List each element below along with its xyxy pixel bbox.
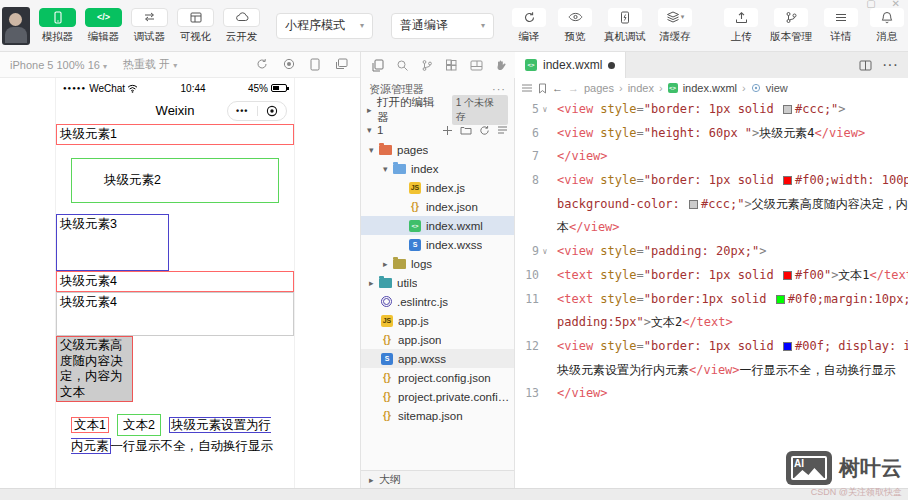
collapse-all-icon[interactable] [497, 125, 508, 136]
code-line-11[interactable]: 11<text style="border:1px solid #0f0;mar… [515, 288, 908, 312]
mode-select[interactable]: 小程序模式 ▾ [276, 13, 373, 39]
fold-gutter [539, 382, 551, 406]
tree-item-app.json[interactable]: {}app.json [361, 330, 514, 349]
code-line-8-wrap2[interactable]: 本</view> [515, 216, 908, 240]
upload-button[interactable]: 上传 [724, 8, 758, 44]
visualization-button[interactable]: 可视化 [177, 8, 214, 44]
code-line-12[interactable]: 12<view style="border: 1px solid #00f; d… [515, 335, 908, 359]
simulator-toggle-button[interactable]: 模拟器 [39, 8, 76, 44]
list-icon[interactable] [521, 84, 533, 93]
code-line-11-wrap1[interactable]: padding:5px">文本2</text> [515, 311, 908, 335]
capsule-menu[interactable]: ••• [227, 101, 287, 121]
tree-item-project.private.config.js...[interactable]: {}project.private.config.js... [361, 387, 514, 406]
compile-mode-select[interactable]: 普通编译 ▾ [391, 13, 494, 39]
panel-layout-icon[interactable] [470, 60, 483, 71]
forward-arrow-icon[interactable]: → [568, 82, 579, 94]
debugger-toggle-button[interactable]: 调试器 [131, 8, 168, 44]
tab-index-wxml[interactable]: <> index.wxml [515, 52, 626, 78]
preview-button[interactable]: 预览 [558, 8, 592, 44]
tree-item-.eslintrc.js[interactable]: .eslintrc.js [361, 292, 514, 311]
device-debug-button[interactable]: 真机调试 [604, 8, 646, 44]
fold-chevron-icon[interactable]: ∨ [539, 98, 551, 122]
user-avatar[interactable] [2, 7, 30, 45]
search-icon[interactable] [396, 59, 409, 72]
code-line-8-wrap1[interactable]: background-color: #ccc;">父级元素高度随内容决定，内容为… [515, 193, 908, 217]
tree-item-app.js[interactable]: JSapp.js [361, 311, 514, 330]
messages-button[interactable]: 消息 [870, 8, 904, 44]
fold-gutter [539, 193, 551, 217]
refresh-icon[interactable] [256, 58, 268, 71]
cloud-dev-label: 云开发 [226, 30, 258, 44]
layout-icon [177, 8, 214, 27]
breadcrumb-pages[interactable]: pages [584, 82, 614, 94]
code-line-10[interactable]: 10<text style="border: 1px solid #f00">文… [515, 264, 908, 288]
bookmark-icon[interactable] [538, 83, 547, 94]
text1-span: 文本1 [71, 417, 109, 433]
outline-section[interactable]: ▸ 大纲 [361, 470, 514, 488]
code-line-13[interactable]: 13</view> [515, 382, 908, 406]
main-toolbar: 模拟器 </> 编辑器 调试器 可视化 云开发 小程序模式 ▾ 普通编译 ▾ 编… [0, 0, 908, 52]
minimize-target-icon[interactable] [258, 102, 287, 120]
refresh-explorer-icon[interactable] [479, 125, 490, 136]
code-line-9[interactable]: 9∨<view style="padding: 20px;"> [515, 240, 908, 264]
code-line-6[interactable]: 6<view style="height: 60px ">块级元素4</view… [515, 122, 908, 146]
back-arrow-icon[interactable]: ← [552, 82, 563, 94]
code-text: <view style="padding: 20px;"> [551, 240, 767, 264]
tab-more-icon[interactable]: ··· [882, 56, 898, 74]
tree-item-index.wxss[interactable]: Sindex.wxss [361, 235, 514, 254]
device-select[interactable]: iPhone 5 100% 16 ▾ [10, 59, 107, 71]
open-editors-section[interactable]: ▸ 打开的编辑器 1 个未保存 [361, 100, 514, 120]
code-line-12-wrap1[interactable]: 块级元素设置为行内元素</view>一行显示不全，自动换行显示 [515, 359, 908, 383]
breadcrumb-symbol[interactable]: view [766, 82, 788, 94]
new-folder-icon[interactable] [460, 125, 472, 135]
json-file-icon: {} [381, 334, 393, 346]
code-editor[interactable]: 5∨<view style="border: 1px solid #ccc;">… [515, 98, 908, 488]
close-icon[interactable]: ✕ [892, 0, 900, 9]
tree-item-app.wxss[interactable]: Sapp.wxss [361, 349, 514, 368]
hand-icon[interactable] [495, 59, 507, 71]
line-number: 13 [515, 382, 539, 406]
details-button[interactable]: 详情 [824, 8, 858, 44]
fold-chevron-icon[interactable]: ∨ [539, 240, 551, 264]
clear-cache-button[interactable]: ▾ 清缓存 [658, 8, 692, 44]
breadcrumb-index[interactable]: index [628, 82, 654, 94]
more-menu-icon[interactable]: ••• [228, 102, 257, 120]
source-control-icon[interactable] [421, 59, 433, 72]
line-number: 5 [515, 98, 539, 122]
eslint-file-icon [381, 296, 392, 307]
menu-icon [824, 8, 858, 27]
tree-item-sitemap.json[interactable]: {}sitemap.json [361, 406, 514, 425]
project-root-label: 1 [377, 124, 383, 136]
files-icon[interactable] [371, 59, 384, 72]
phone-frame-icon[interactable] [310, 58, 320, 71]
line-number: 11 [515, 288, 539, 312]
inline-tail-text: 一行显示不全，自动换行显示 [111, 439, 274, 453]
tree-item-index.js[interactable]: JSindex.js [361, 178, 514, 197]
extensions-icon[interactable] [445, 59, 458, 72]
inline-demo: 文本1文本2块级元素设置为行内元素一行显示不全，自动换行显示 [56, 402, 294, 470]
tree-item-pages[interactable]: ▾pages [361, 140, 514, 159]
compile-button[interactable]: 编译 [512, 8, 546, 44]
tree-item-index.json[interactable]: {}index.json [361, 197, 514, 216]
breadcrumb-file[interactable]: index.wxml [683, 82, 737, 94]
tree-item-index.wxml[interactable]: <>index.wxml [361, 216, 514, 235]
code-line-5[interactable]: 5∨<view style="border: 1px solid #ccc;"> [515, 98, 908, 122]
tree-item-utils[interactable]: ▸utils [361, 273, 514, 292]
compile-mode-value: 普通编译 [400, 17, 448, 34]
hot-reload-select[interactable]: 热重载 开 ▾ [123, 57, 177, 72]
code-line-8[interactable]: 8<view style="border: 1px solid #f00;wid… [515, 169, 908, 193]
code-line-7[interactable]: 7</view> [515, 145, 908, 169]
tree-item-project.config.json[interactable]: {}project.config.json [361, 368, 514, 387]
split-editor-icon[interactable] [859, 60, 872, 71]
new-file-icon[interactable] [442, 125, 453, 136]
tree-item-index[interactable]: ▾index [361, 159, 514, 178]
json-file-icon: {} [381, 372, 393, 384]
cloud-dev-button[interactable]: 云开发 [223, 8, 260, 44]
multi-window-icon[interactable] [335, 58, 348, 71]
editor-toggle-button[interactable]: </> 编辑器 [85, 8, 122, 44]
record-icon[interactable] [283, 58, 295, 71]
version-control-button[interactable]: 版本管理 [770, 8, 812, 44]
explorer-more-icon[interactable]: ··· [492, 83, 506, 95]
tree-item-logs[interactable]: ▸logs [361, 254, 514, 273]
maximize-icon[interactable]: ▢ [866, 0, 875, 9]
